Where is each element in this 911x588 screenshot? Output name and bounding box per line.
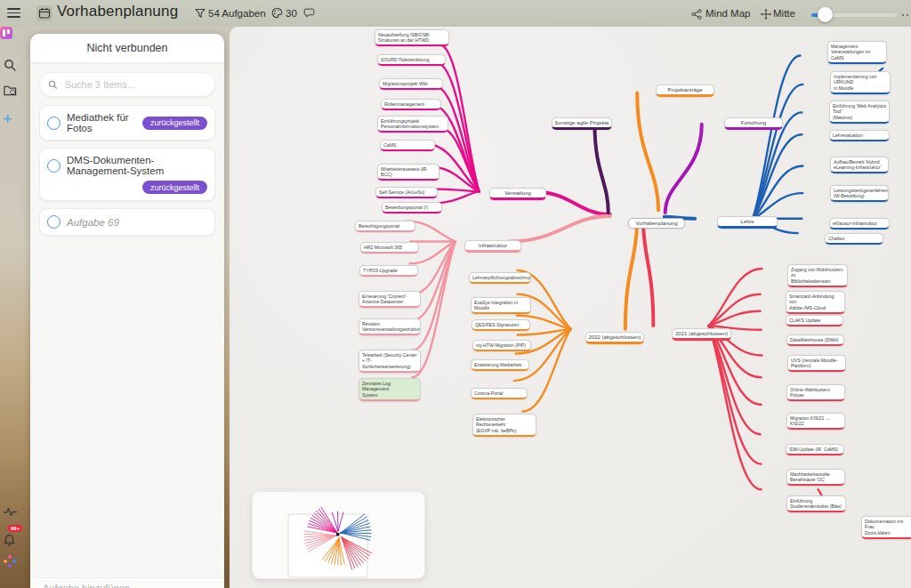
list-item[interactable]: Aufgabe 69 [39, 208, 215, 236]
minimap-thumbnail [253, 492, 424, 578]
item-title: DMS-Dokumenten-Management-System [67, 155, 207, 176]
mindmap-node[interactable]: HR2 Microsoft 365 [360, 242, 419, 254]
mindmap-node[interactable]: Bewerbungsportal (!) [382, 202, 442, 213]
mindmap-node[interactable]: Infrastruktur [464, 240, 521, 253]
mindmap-canvas[interactable]: VerwaltungNeuaufstellung ISB/OSB- Strukt… [230, 27, 911, 588]
mindmap-node[interactable]: Sonstige agile Projekte [552, 117, 612, 130]
filter-icon[interactable] [195, 8, 206, 19]
mindmap-node[interactable]: Vorhabenplanung [628, 218, 685, 229]
calendar-glyph [36, 5, 52, 21]
minimap[interactable] [252, 491, 425, 579]
page-title: Vorhabenplanung [57, 3, 178, 20]
mindmap-node[interactable]: Migrationsprojekt Wiki [379, 78, 443, 90]
list-item[interactable]: DMS-Dokumenten-Management-Systemzurückge… [39, 148, 215, 201]
chat-icon[interactable] [303, 8, 315, 19]
mindmap-node[interactable]: Smartcard-Anbindung von Adobe-/MS-Cloud [786, 291, 845, 314]
search-input[interactable] [63, 78, 206, 91]
mindmap-node[interactable]: Online-Wahlsystem Polyas [786, 384, 845, 401]
unconnected-items-panel: Nicht verbunden Mediathek für Fotoszurüc… [30, 34, 224, 588]
mindmap-view-icon[interactable] [691, 9, 702, 20]
mindmap-node[interactable]: Lehre [717, 216, 778, 229]
view-switcher[interactable]: Mind Map [705, 8, 751, 19]
mindmap-edge [708, 269, 762, 326]
mindmap-node[interactable]: IDM-Update (iR. CaMS) [786, 444, 844, 455]
mindmap-node[interactable]: UVS (zentrale Moodle- Plattform) [787, 355, 846, 372]
mindmap-node[interactable]: Migration KIS/21 → KIS/22 [786, 413, 845, 430]
mindmap-node[interactable]: Einführung Studierendenticket (Bike) [786, 495, 846, 512]
mindmap-node[interactable]: Implementierung von URKUND in Moodle [830, 71, 891, 94]
item-checkbox[interactable] [47, 117, 60, 130]
zoom-slider-knob[interactable] [818, 7, 833, 22]
mindmap-node[interactable]: Self-Service (AnLeSu) [375, 187, 438, 198]
mindmap-node[interactable]: DataWarehouse (DWH) [786, 334, 844, 346]
mindmap-node[interactable]: Leistungsbezügeverfahren (W-Besoldung) [830, 185, 889, 202]
mindmap-node[interactable]: Neuaufstellung ISB/OSB- Strukturen an de… [375, 29, 449, 46]
mindmap-node[interactable]: Lehrverpflichtungsabrechnung [469, 272, 531, 284]
mindmap-node[interactable]: eKlausur-Infrastruktur [829, 218, 890, 230]
mindmap-node[interactable]: my.HTW-Migration (PIP) [472, 340, 531, 351]
mindmap-node[interactable]: Dokumentation mit Frau Doxis klären [861, 516, 911, 539]
minimap-root-dot [336, 533, 340, 536]
search-box[interactable] [39, 72, 215, 97]
search-icon[interactable] [4, 59, 17, 72]
mindmap-edge [708, 326, 761, 489]
status-badge: zurückgestellt [142, 117, 207, 130]
mindmap-node[interactable]: Erneuerung 'Citynetz'- Antenne Datacente… [359, 291, 421, 308]
palette-icon[interactable] [271, 7, 283, 19]
mindmap-node[interactable]: EvaSys Integration in Moodle [471, 297, 531, 314]
list-item[interactable]: Mediathek für Fotoszurückgestellt [39, 105, 215, 141]
mindmap-node[interactable]: Lehrevaluation [829, 130, 890, 141]
mindmap-node[interactable]: Einführungsprojekt Personalinformationss… [377, 116, 448, 133]
mindmap-node[interactable]: Erweiterung Mediathek [471, 359, 529, 371]
item-checkbox[interactable] [47, 215, 60, 229]
mindmap-node[interactable]: Management Veranstaltungen im CaMS [827, 41, 887, 64]
add-task-footer[interactable]: Aufgabe hinzufügen [30, 577, 224, 588]
hamburger-menu-icon[interactable] [7, 8, 20, 18]
tasks-count: 54 Aufgaben [208, 8, 266, 19]
activity-icon[interactable] [4, 505, 17, 519]
apps-icon[interactable] [4, 555, 16, 568]
item-title: Mediathek für Fotos [67, 112, 136, 133]
mindmap-edge [708, 311, 760, 326]
mindmap-node[interactable]: Zentrales Log-Management System [359, 378, 421, 401]
mindmap-node[interactable]: Machbarkeitsstudie Bezahlsäule 'OC' [786, 469, 845, 486]
mindmap-node[interactable]: CLAKS Update [786, 315, 843, 326]
mindmap-edge [439, 127, 480, 192]
item-title: Aufgabe 69 [67, 217, 119, 228]
center-view-icon[interactable] [761, 9, 771, 20]
add-icon[interactable]: + [3, 112, 12, 126]
archive-folder-icon[interactable] [4, 84, 17, 97]
mindmap-node[interactable]: Aufbau/Betrieb 'Hybrid eLearning-Infrast… [830, 157, 889, 173]
mindmap-node[interactable]: Zugang von Mobilnutzern zu Bibliotheksdi… [787, 264, 848, 287]
mindmap-node[interactable]: Forschung [724, 117, 783, 130]
mindmap-node[interactable]: Elektronischer Rechtsverkehr (EGVP inkl.… [472, 414, 536, 437]
mindmap-node[interactable]: Projektanträge [656, 85, 714, 97]
mindmap-node[interactable]: 2022 (abgeschlossen) [585, 332, 644, 344]
mindmap-node[interactable]: TYPO3-Upgrade [359, 265, 418, 277]
mindmap-node[interactable]: Berechtigungsportal [355, 221, 415, 232]
center-button[interactable]: Mitte [773, 8, 795, 19]
mindmap-node[interactable]: SOURD Toilettenleitung [377, 54, 446, 66]
mindmap-node[interactable]: CaMS [380, 140, 435, 151]
item-checkbox[interactable] [47, 159, 60, 173]
notifications-bell[interactable]: 99+ [3, 530, 19, 548]
mindmap-node[interactable]: Telearbeit (Security Center + IT-Sicherh… [359, 350, 421, 373]
top-bar: Vorhabenplanung 54 Aufgaben 30 Mind Map … [0, 0, 911, 27]
mindmap-node[interactable]: QES/FES-Signaturen [472, 319, 530, 331]
mindmap-edge [637, 93, 658, 210]
mindmap-node[interactable]: Chatbot [825, 233, 883, 245]
mindmap-edge [625, 221, 637, 329]
mindmap-node[interactable]: Rollenmanagement [381, 99, 441, 110]
mindmap-node[interactable]: Einführung 'Web Analytics Tool' (Matomo) [829, 101, 890, 124]
more-options-icon[interactable] [902, 14, 909, 17]
mindmap-node[interactable]: Corona-Portal [471, 388, 528, 399]
mindmap-node[interactable]: Mitarbeiterausweis (iR. BCC) [377, 164, 439, 181]
mindmap-node[interactable]: Verwaltung [489, 188, 546, 200]
app-logo-icon[interactable] [0, 27, 12, 39]
mindmap-edge [508, 216, 610, 242]
mindmap-node[interactable]: 2021 (abgeschlossen) [672, 328, 731, 341]
notification-badge: 99+ [8, 525, 22, 532]
mindmap-edge [643, 220, 653, 326]
calendar-icon[interactable] [36, 5, 52, 21]
mindmap-node[interactable]: Revision Versionsverwaltungsstruktur [359, 318, 421, 335]
